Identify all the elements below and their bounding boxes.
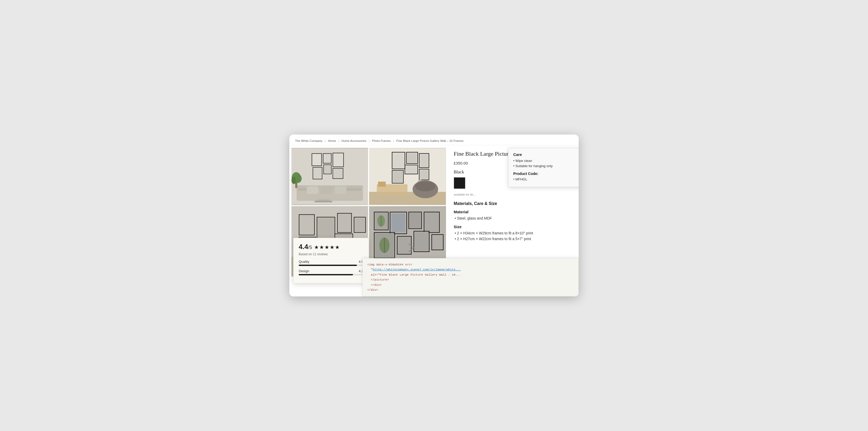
rating-denom: /5: [308, 245, 312, 250]
breadcrumb-item-3[interactable]: Home Accessories: [341, 139, 366, 142]
svg-rect-38: [393, 171, 402, 182]
svg-rect-25: [314, 201, 332, 202]
design-bar-fill: [299, 274, 353, 275]
svg-rect-73: [392, 214, 405, 232]
code-attr-src: src=: [405, 263, 412, 266]
quality-bar-label: Quality 4.5: [299, 260, 363, 264]
svg-rect-77: [425, 213, 439, 232]
size-item-2: • 2 × H27cm × W22cm frames to fit a 5×7"…: [454, 237, 574, 241]
svg-rect-40: [406, 166, 417, 173]
rating-card: 4.4 /5 ★ ★ ★ ★ ★ Based on 11 reviews Qua…: [293, 238, 369, 283]
svg-rect-34: [407, 153, 417, 163]
svg-rect-83: [398, 237, 410, 253]
material-title: Material: [454, 210, 574, 214]
size-subsection: Size • 2 × H34cm × W29cm frames to fit a…: [454, 224, 574, 241]
quality-bar-track: [299, 265, 363, 266]
breadcrumb-sep-3: |: [369, 139, 370, 142]
color-swatch-black[interactable]: [454, 177, 465, 189]
care-popup: Care • Wipe clean • Suitable for hanging…: [508, 148, 579, 187]
breadcrumb: The White Company | Home | Home Accessor…: [289, 134, 579, 145]
care-popup-title: Care: [513, 152, 576, 157]
breadcrumb-sep-1: |: [325, 139, 326, 142]
svg-rect-57: [355, 218, 365, 232]
star-3: ★: [324, 244, 329, 250]
care-item-2: • Suitable for hanging only: [513, 164, 576, 168]
star-half: ★: [335, 244, 340, 250]
rating-header: 4.4 /5 ★ ★ ★ ★ ★: [299, 243, 363, 251]
breadcrumb-item-5[interactable]: Fine Black Large Picture Gallery Wall – …: [397, 139, 464, 142]
code-line-4: </picture>: [367, 277, 574, 282]
section-title: Materials, Care & Size: [454, 201, 574, 206]
star-1: ★: [314, 244, 319, 250]
quality-bar-fill: [299, 265, 357, 266]
care-item-1: • Wipe clean: [513, 159, 576, 163]
svg-rect-36: [420, 154, 428, 167]
svg-rect-6: [321, 186, 332, 194]
svg-rect-85: [415, 232, 429, 251]
svg-rect-21: [324, 165, 331, 173]
code-tag-img: <img: [367, 263, 375, 266]
star-4: ★: [330, 244, 334, 250]
product-image-1[interactable]: [291, 148, 368, 205]
breadcrumb-item-1[interactable]: The White Company: [295, 139, 322, 142]
reviews-count: Based on 11 reviews: [299, 252, 363, 256]
size-title: Size: [454, 224, 574, 229]
svg-rect-7: [335, 186, 346, 194]
material-subsection: Material • Steel, glass and MDF: [454, 210, 574, 220]
code-attr-data-v: data-v-636a5244: [376, 263, 403, 266]
code-line-1: <img data-v-636a5244 src=: [367, 262, 574, 267]
svg-rect-19: [314, 168, 321, 178]
svg-rect-75: [409, 213, 421, 228]
size-item-1: • 2 × H34cm × W29cm frames to fit a 8×10…: [454, 231, 574, 235]
svg-rect-15: [324, 154, 331, 162]
material-item-1: • Steel, glass and MDF: [454, 216, 574, 220]
product-image-2[interactable]: [369, 148, 446, 205]
quality-bar-row: Quality 4.5: [299, 260, 363, 266]
code-line-5: </div>: [367, 282, 574, 287]
design-bar-label: Design 4.2: [299, 269, 363, 273]
code-url[interactable]: https://whitecompany.scene7.com/is/image…: [373, 268, 461, 271]
svg-rect-51: [300, 215, 314, 235]
code-line-2: "https://whitecompany.scene7.com/is/imag…: [367, 267, 574, 272]
breadcrumb-sep-4: |: [393, 139, 394, 142]
svg-rect-5: [307, 186, 318, 194]
breadcrumb-item-4[interactable]: Photo Frames: [372, 139, 391, 142]
star-2: ★: [319, 244, 324, 250]
svg-rect-32: [393, 153, 404, 168]
code-line-3: alt="Fine Black Large Picture Gallery Wa…: [367, 272, 574, 277]
svg-point-11: [296, 175, 302, 183]
care-product-code-title: Product Code:: [513, 172, 576, 176]
design-bar-row: Design 4.2: [299, 269, 363, 275]
svg-rect-53: [318, 218, 334, 239]
svg-rect-55: [338, 214, 350, 232]
care-product-code: • MFHGL: [513, 177, 576, 181]
svg-rect-87: [432, 235, 442, 249]
breadcrumb-sep-2: |: [338, 139, 339, 142]
availability-note: available for de...: [454, 193, 574, 196]
rating-score: 4.4: [299, 243, 308, 251]
materials-section: Materials, Care & Size Material • Steel,…: [454, 201, 574, 241]
svg-rect-42: [420, 170, 428, 179]
code-line-6: </div>: [367, 287, 574, 293]
stars-row: ★ ★ ★ ★ ★: [314, 244, 340, 250]
svg-rect-23: [334, 169, 342, 178]
main-content: Care • Wipe clean • Suitable for hanging…: [289, 145, 579, 297]
design-bar-track: [299, 274, 363, 275]
breadcrumb-item-2[interactable]: Home: [328, 139, 336, 142]
svg-rect-30: [378, 182, 386, 187]
svg-point-46: [415, 181, 436, 191]
svg-rect-17: [334, 154, 343, 166]
svg-rect-13: [313, 154, 320, 165]
code-inspector: <img data-v-636a5244 src= "https://white…: [362, 258, 579, 297]
browser-window: The White Company | Home | Home Accessor…: [289, 134, 579, 297]
